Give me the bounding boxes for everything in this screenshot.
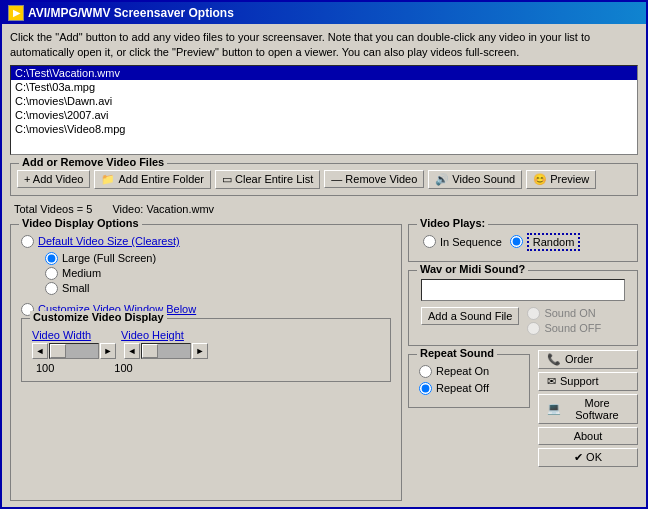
- sound-off-radio[interactable]: [527, 322, 540, 335]
- about-button[interactable]: About: [538, 427, 638, 445]
- video-sound-button[interactable]: 🔊 Video Sound: [428, 170, 522, 189]
- repeat-on-radio[interactable]: [419, 365, 432, 378]
- sound-toggle-group: Sound ON Sound OFF: [527, 307, 601, 335]
- sound-on-radio[interactable]: [527, 307, 540, 320]
- customize-display-group: Customize Video Display Video Width Vide…: [21, 318, 391, 382]
- support-button[interactable]: ✉ Support: [538, 372, 638, 391]
- window-body: Click the "Add" button to add any video …: [2, 24, 646, 507]
- customize-display-title: Customize Video Display: [30, 311, 167, 323]
- order-icon: 📞: [547, 353, 561, 366]
- wav-midi-group: Wav or Midi Sound? Add a Sound File Soun…: [408, 270, 638, 346]
- small-radio[interactable]: [45, 282, 58, 295]
- list-item[interactable]: C:\Test\03a.mpg: [11, 80, 637, 94]
- medium-label: Medium: [62, 267, 101, 279]
- sound-controls: Add a Sound File Sound ON Sound OFF: [415, 303, 631, 339]
- list-item[interactable]: C:\movies\2007.avi: [11, 108, 637, 122]
- more-software-button[interactable]: 💻 More Software: [538, 394, 638, 424]
- height-scroll-right[interactable]: ►: [192, 343, 208, 359]
- clear-list-button[interactable]: ▭ Clear Entire List: [215, 170, 320, 189]
- more-software-icon: 💻: [547, 402, 561, 415]
- repeat-sound-title: Repeat Sound: [417, 347, 497, 359]
- large-radio[interactable]: [45, 252, 58, 265]
- total-videos: Total Videos = 5: [14, 203, 92, 215]
- add-video-button[interactable]: + Add Video: [17, 170, 90, 188]
- medium-radio[interactable]: [45, 267, 58, 280]
- height-track[interactable]: [141, 343, 191, 359]
- add-folder-icon: 📁: [101, 173, 115, 186]
- random-label: Random: [527, 233, 581, 251]
- small-label: Small: [62, 282, 90, 294]
- ok-button[interactable]: ✔ OK: [538, 448, 638, 467]
- repeat-off-radio[interactable]: [419, 382, 432, 395]
- add-remove-title: Add or Remove Video Files: [19, 156, 167, 168]
- list-item[interactable]: C:\Test\Vacation.wmv: [11, 66, 637, 80]
- support-icon: ✉: [547, 375, 556, 388]
- file-list[interactable]: C:\Test\Vacation.wmvC:\Test\03a.mpgC:\mo…: [10, 65, 638, 155]
- order-button[interactable]: 📞 Order: [538, 350, 638, 369]
- sound-off-label: Sound OFF: [544, 322, 601, 334]
- video-display-group: Video Display Options Default Video Size…: [10, 224, 402, 501]
- height-label: Video Height: [121, 329, 184, 341]
- sound-icon: 🔊: [435, 173, 449, 186]
- add-folder-button[interactable]: 📁 Add Entire Folder: [94, 170, 211, 189]
- add-sound-button[interactable]: Add a Sound File: [421, 307, 519, 325]
- height-scroll-left[interactable]: ◄: [124, 343, 140, 359]
- left-panel: Video Display Options Default Video Size…: [10, 220, 402, 501]
- preview-icon: 😊: [533, 173, 547, 186]
- repeat-on-label: Repeat On: [436, 365, 489, 377]
- width-value: 100: [36, 362, 54, 374]
- preview-button[interactable]: 😊 Preview: [526, 170, 596, 189]
- main-window: ▶ AVI/MPG/WMV Screensaver Options Click …: [0, 0, 648, 509]
- default-size-radio[interactable]: [21, 235, 34, 248]
- main-content: Video Display Options Default Video Size…: [10, 220, 638, 501]
- default-size-label[interactable]: Default Video Size (Clearest): [38, 235, 180, 247]
- width-scroll-left[interactable]: ◄: [32, 343, 48, 359]
- repeat-off-label: Repeat Off: [436, 382, 489, 394]
- plays-inner: In Sequence Random: [415, 229, 631, 255]
- width-scroll-right[interactable]: ►: [100, 343, 116, 359]
- clear-icon: ▭: [222, 173, 232, 186]
- sound-on-label: Sound ON: [544, 307, 595, 319]
- instruction-text: Click the "Add" button to add any video …: [10, 30, 638, 61]
- window-title: AVI/MPG/WMV Screensaver Options: [28, 6, 234, 20]
- window-icon: ▶: [8, 5, 24, 21]
- random-radio[interactable]: [510, 235, 523, 248]
- list-item[interactable]: C:\movies\Dawn.avi: [11, 94, 637, 108]
- status-bar: Total Videos = 5 Video: Vacation.wmv: [10, 202, 638, 216]
- width-label: Video Width: [32, 329, 91, 341]
- in-sequence-radio[interactable]: [423, 235, 436, 248]
- add-remove-group: Add or Remove Video Files + Add Video 📁 …: [10, 163, 638, 196]
- wav-input-field[interactable]: [421, 279, 625, 301]
- right-panel: Video Plays: In Sequence Random Wav or: [408, 220, 638, 501]
- remove-video-button[interactable]: — Remove Video: [324, 170, 424, 188]
- title-bar: ▶ AVI/MPG/WMV Screensaver Options: [2, 2, 646, 24]
- video-display-title: Video Display Options: [19, 217, 142, 229]
- video-name: Video: Vacation.wmv: [112, 203, 214, 215]
- side-buttons: 📞 Order ✉ Support 💻 More Software Ab: [538, 350, 638, 467]
- width-track[interactable]: [49, 343, 99, 359]
- toolbar-row: + Add Video 📁 Add Entire Folder ▭ Clear …: [17, 170, 631, 189]
- height-value: 100: [114, 362, 132, 374]
- large-label: Large (Full Screen): [62, 252, 156, 264]
- in-sequence-label: In Sequence: [440, 236, 502, 248]
- wav-midi-title: Wav or Midi Sound?: [417, 263, 528, 275]
- video-plays-group: Video Plays: In Sequence Random: [408, 224, 638, 262]
- list-item[interactable]: C:\movies\Video8.mpg: [11, 122, 637, 136]
- video-plays-title: Video Plays:: [417, 217, 488, 229]
- repeat-sound-group: Repeat Sound Repeat On Repeat Off: [408, 354, 530, 408]
